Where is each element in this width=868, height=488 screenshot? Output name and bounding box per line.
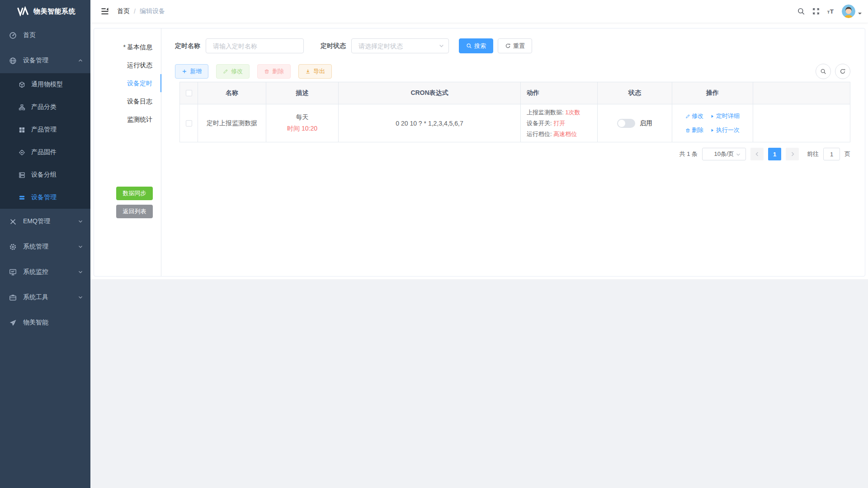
timer-table: 名称 描述 CRON表达式 动作 状态 操作 定时上报监测数据 每天 时间 10…	[179, 82, 850, 142]
reset-button[interactable]: 重置	[498, 38, 532, 53]
header-action: 动作	[521, 82, 598, 104]
desc-line1: 每天	[296, 113, 309, 122]
edit-button[interactable]: 修改	[216, 64, 250, 79]
sidebar-item-device-group[interactable]: 设备分组	[0, 164, 90, 186]
font-size-icon[interactable]	[827, 7, 835, 15]
cube-icon	[19, 81, 25, 88]
sidebar-item-thing-model[interactable]: 通用物模型	[0, 73, 90, 96]
desc-line2: 时间 10:20	[287, 125, 317, 133]
next-page-button[interactable]	[786, 148, 799, 160]
sidebar-item-label: 设备分组	[31, 171, 57, 179]
export-button[interactable]: 导出	[298, 64, 332, 79]
avatar	[842, 5, 855, 18]
topbar: 首页 / 编辑设备	[90, 0, 868, 23]
goto-page-input[interactable]	[823, 148, 840, 160]
cell-action: 上报监测数据: 1次数 设备开关: 打开 运行档位: 高速档位	[521, 104, 598, 142]
pencil-icon	[223, 69, 228, 74]
timer-status-select-value[interactable]	[351, 38, 449, 53]
breadcrumb-separator: /	[134, 8, 136, 15]
fullscreen-icon[interactable]	[812, 7, 820, 15]
topbar-actions	[797, 5, 868, 18]
chevron-down-icon	[78, 269, 83, 275]
toggle-search-button[interactable]	[816, 64, 831, 79]
row-delete-link[interactable]: 删除	[685, 126, 703, 134]
app-logo[interactable]: 物美智能系统	[0, 0, 90, 23]
firmware-aim-icon	[19, 149, 25, 156]
chevron-down-icon	[736, 152, 741, 157]
timer-status-select[interactable]	[351, 38, 449, 53]
row-timer-detail-link[interactable]: 定时详细	[710, 112, 740, 120]
gear-icon	[9, 243, 17, 251]
data-sync-button[interactable]: 数据同步	[116, 187, 153, 200]
refresh-icon	[505, 43, 511, 49]
tab-label: 运行状态	[127, 61, 152, 69]
sidebar-item-product-firmware[interactable]: 产品固件	[0, 141, 90, 164]
status-toggle-label: 启用	[640, 119, 652, 127]
delete-button[interactable]: 删除	[257, 64, 291, 79]
cell-status: 启用	[598, 104, 672, 142]
tab-basic-info[interactable]: *基本信息	[94, 38, 161, 56]
chevron-down-icon	[78, 244, 83, 249]
sidebar-item-label: 系统管理	[23, 243, 48, 251]
user-menu[interactable]	[842, 5, 862, 18]
tab-monitor-stats[interactable]: 监测统计	[94, 110, 161, 128]
refresh-table-button[interactable]	[835, 64, 850, 79]
action-line: 设备开关: 打开	[527, 119, 565, 127]
sidebar-item-system-tools[interactable]: 系统工具	[0, 285, 90, 310]
sidebar-item-product-category[interactable]: 产品分类	[0, 96, 90, 118]
sidebar-item-device-list[interactable]: 设备管理	[0, 186, 90, 209]
back-to-list-button[interactable]: 返回列表	[116, 205, 153, 218]
sidebar-item-label: 首页	[23, 31, 36, 39]
sidebar-item-product-management[interactable]: 产品管理	[0, 118, 90, 141]
page-size-value: 10条/页	[714, 150, 734, 158]
search-button-label: 搜索	[474, 42, 486, 50]
plus-icon	[182, 69, 187, 74]
status-toggle[interactable]	[617, 119, 635, 128]
page-size-select[interactable]: 10条/页	[702, 148, 746, 160]
tab-label: 设备日志	[127, 98, 152, 105]
search-button[interactable]: 搜索	[459, 38, 493, 53]
action-line: 运行档位: 高速档位	[527, 130, 577, 138]
pagination-total: 共 1 条	[679, 150, 698, 158]
goto-label: 前往	[807, 150, 819, 158]
edit-button-label: 修改	[231, 67, 243, 75]
sidebar-item-system-management[interactable]: 系统管理	[0, 234, 90, 259]
search-icon	[820, 68, 826, 75]
timer-name-label: 定时名称	[175, 42, 200, 50]
paper-plane-icon	[9, 319, 17, 327]
app-title: 物美智能系统	[33, 7, 75, 16]
search-icon[interactable]	[797, 7, 805, 15]
sidebar-item-label: 设备管理	[23, 56, 48, 65]
row-edit-link[interactable]: 修改	[685, 112, 703, 120]
sidebar-item-home[interactable]: 首页	[0, 23, 90, 48]
chevron-down-icon	[78, 219, 83, 224]
sidebar-item-label: 设备管理	[31, 193, 57, 202]
hamburger-fold-icon[interactable]	[100, 7, 109, 16]
sidebar-item-emq[interactable]: EMQ管理	[0, 209, 90, 234]
sidebar-item-device-management[interactable]: 设备管理	[0, 48, 90, 73]
required-mark: *	[123, 43, 126, 51]
cell-name: 定时上报监测数据	[198, 104, 266, 142]
timer-name-input[interactable]	[206, 38, 304, 53]
sidebar-item-system-monitor[interactable]: 系统监控	[0, 259, 90, 285]
tab-label: 基本信息	[127, 43, 152, 51]
row-run-once-link[interactable]: 执行一次	[710, 126, 740, 134]
prev-page-button[interactable]	[750, 148, 764, 160]
row-checkbox[interactable]	[186, 120, 192, 127]
select-all-checkbox[interactable]	[186, 90, 192, 96]
chevron-right-icon	[790, 151, 795, 157]
breadcrumb-home[interactable]: 首页	[117, 7, 130, 15]
table-right-tools	[816, 64, 850, 79]
download-icon	[305, 69, 311, 74]
page-number-current[interactable]: 1	[768, 148, 781, 160]
action-line: 上报监测数据: 1次数	[527, 108, 580, 117]
logo-icon	[17, 6, 29, 16]
add-button[interactable]: 新增	[175, 64, 208, 79]
tab-label: 设备定时	[127, 80, 152, 87]
tab-device-timer[interactable]: 设备定时	[94, 74, 161, 92]
tab-device-log[interactable]: 设备日志	[94, 92, 161, 110]
globe-icon	[9, 57, 17, 65]
sidebar-item-wumei-smart[interactable]: 物美智能	[0, 310, 90, 335]
tab-run-status[interactable]: 运行状态	[94, 56, 161, 74]
sidebar-item-label: 产品分类	[31, 103, 57, 111]
